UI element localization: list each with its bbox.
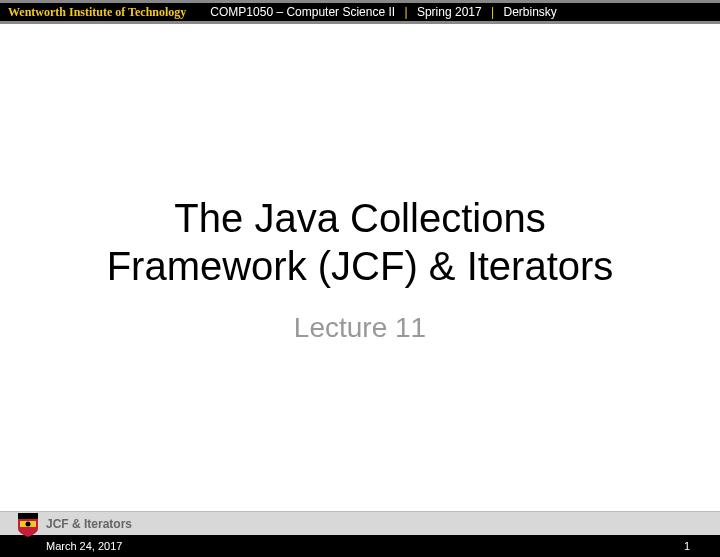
instructor: Derbinsky	[503, 5, 556, 19]
footer-date: March 24, 2017	[46, 540, 122, 552]
header-bar: Wentworth Institute of Technology COMP10…	[0, 0, 720, 24]
slide-title: The Java Collections Framework (JCF) & I…	[107, 194, 614, 290]
shield-icon	[18, 513, 38, 537]
slide-body: The Java Collections Framework (JCF) & I…	[0, 24, 720, 454]
course-info: COMP1050 – Computer Science II | Spring …	[194, 5, 556, 19]
svg-point-1	[26, 522, 31, 527]
page-number: 1	[684, 540, 690, 552]
title-line-1: The Java Collections	[174, 196, 545, 240]
separator: |	[485, 5, 500, 19]
slide-subtitle: Lecture 11	[294, 312, 426, 344]
footer-topic: JCF & Iterators	[46, 517, 132, 531]
title-line-2: Framework (JCF) & Iterators	[107, 244, 614, 288]
footer-bar: March 24, 2017 1	[0, 535, 720, 557]
footer-topic-bar: JCF & Iterators	[0, 511, 720, 535]
separator: |	[398, 5, 413, 19]
institute-name: Wentworth Institute of Technology	[0, 5, 194, 20]
course-code: COMP1050 – Computer Science II	[210, 5, 395, 19]
term: Spring 2017	[417, 5, 482, 19]
